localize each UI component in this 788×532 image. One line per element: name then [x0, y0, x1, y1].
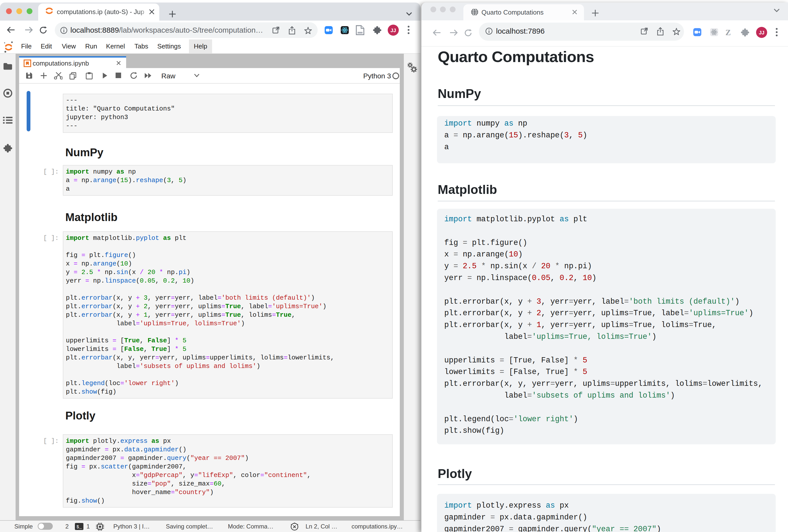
- svg-text:JJ: JJ: [759, 30, 764, 36]
- svg-text:JJ: JJ: [391, 28, 396, 33]
- svg-text:$_: $_: [76, 525, 82, 530]
